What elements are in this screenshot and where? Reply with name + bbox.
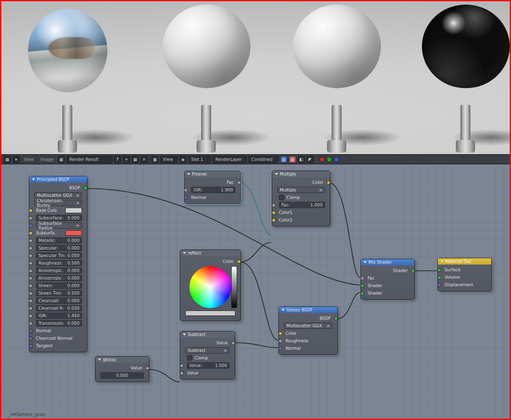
node-header[interactable]: Glossy BSDF — [279, 307, 337, 313]
socket-float[interactable] — [29, 276, 33, 280]
channel-blue-icon[interactable] — [334, 157, 339, 162]
node-header[interactable]: Multiply — [272, 171, 330, 177]
collapse-icon[interactable] — [183, 333, 186, 336]
socket-shader[interactable] — [84, 186, 87, 190]
collapse-icon[interactable] — [275, 173, 278, 175]
menu-view[interactable]: View — [21, 156, 36, 163]
socket-vector[interactable] — [278, 346, 282, 350]
sss-radius-field[interactable]: Subsurface Radius — [36, 222, 82, 229]
base-color-swatch[interactable] — [65, 208, 82, 213]
transmission-field[interactable]: Transmissio:0.000 — [36, 320, 82, 326]
socket-float[interactable] — [29, 246, 33, 250]
clamp-checkbox[interactable] — [279, 195, 284, 200]
color-swatch[interactable] — [185, 311, 235, 316]
socket-float[interactable] — [360, 276, 364, 280]
socket-float[interactable] — [29, 269, 33, 272]
socket-shader[interactable] — [334, 316, 338, 320]
node-reflect-rgb[interactable]: reflect Color — [180, 249, 241, 321]
node-material-output[interactable]: Material Out Surface Volume Displacement — [437, 258, 492, 291]
fac-field[interactable]: Fac:1.000 — [279, 202, 325, 208]
socket-color[interactable] — [272, 211, 276, 214]
socket-shader[interactable] — [360, 284, 364, 288]
collapse-icon[interactable] — [187, 173, 190, 175]
node-header[interactable]: Material Out — [438, 258, 491, 265]
editor-type-icon[interactable]: ▦ — [4, 156, 11, 163]
spec-tint-field[interactable]: Specular Tin:0.000 — [36, 252, 82, 259]
value1-field[interactable]: Value:1.000 — [187, 362, 230, 369]
channel-color-icon[interactable]: ▦ — [289, 156, 296, 163]
socket-vector[interactable] — [29, 344, 33, 348]
socket-shader[interactable] — [437, 275, 441, 279]
view-mode[interactable]: View — [160, 156, 178, 163]
socket-float[interactable] — [231, 341, 235, 345]
subsurface-field[interactable]: Subsurface:0.000 — [36, 215, 82, 221]
collapse-icon[interactable] — [281, 309, 285, 311]
socket-shader[interactable] — [411, 269, 415, 272]
ior-field[interactable]: IOR:1.450 — [36, 313, 82, 319]
pin-icon[interactable]: ▦ — [151, 156, 158, 163]
socket-float[interactable] — [29, 254, 33, 257]
node-editor[interactable]: Principled BSDF BSDF Multiscatter GGX Ch… — [1, 164, 510, 420]
value-field[interactable]: 0.500 — [100, 372, 144, 379]
operation-dropdown[interactable]: Subtract — [185, 347, 230, 354]
channel-red-icon[interactable] — [319, 157, 325, 162]
renderlayer-select[interactable]: RenderLayer — [212, 156, 247, 163]
clearcoat-field[interactable]: Clearcoat:0.000 — [36, 298, 82, 304]
color-wheel[interactable] — [189, 266, 231, 308]
socket-float[interactable] — [29, 321, 33, 325]
socket-float[interactable] — [278, 339, 282, 343]
socket-color[interactable] — [327, 181, 330, 184]
node-header[interactable]: glossy — [95, 356, 149, 363]
channel-green-icon[interactable] — [327, 157, 332, 162]
socket-shader[interactable] — [437, 268, 441, 272]
roughness-field[interactable]: Roughness:0.500 — [36, 260, 82, 266]
collapse-icon[interactable] — [440, 260, 444, 262]
socket-float[interactable] — [180, 364, 184, 367]
socket-vector[interactable] — [29, 329, 33, 333]
node-header[interactable]: Principled BSDF — [29, 176, 87, 183]
sss-method-dropdown[interactable]: Christensen-Burley — [34, 200, 82, 206]
node-mix-shader[interactable]: Mix Shader Shader Fac Shader Shader — [360, 259, 415, 300]
socket-float[interactable] — [29, 291, 33, 295]
delete-image-icon[interactable]: ✕ — [141, 156, 148, 163]
node-header[interactable]: Fresnel — [184, 171, 240, 177]
socket-float[interactable] — [29, 239, 33, 242]
node-fresnel[interactable]: Fresnel Fac IOR:1.900 Normal — [184, 171, 241, 204]
add-image-icon[interactable]: + — [123, 156, 130, 163]
image-datablock[interactable]: Render Result — [66, 156, 112, 163]
specular-field[interactable]: Specular:0.000 — [36, 245, 82, 251]
anisotropic-field[interactable]: Anisotropic:0.000 — [36, 267, 82, 274]
socket-float[interactable] — [237, 181, 241, 184]
node-principled-bsdf[interactable]: Principled BSDF BSDF Multiscatter GGX Ch… — [29, 176, 87, 352]
socket-vector[interactable] — [29, 336, 33, 340]
distribution-dropdown[interactable]: Multiscatter GGX — [34, 192, 82, 199]
clamp-checkbox[interactable] — [187, 355, 192, 361]
collapse-icon[interactable] — [98, 359, 101, 361]
menu-image[interactable]: Image — [38, 156, 56, 163]
value-slider[interactable] — [231, 266, 237, 308]
clearcoat-roughness-field[interactable]: Clearcoat R:0.030 — [36, 305, 82, 311]
socket-float[interactable] — [29, 299, 33, 303]
socket-color[interactable] — [272, 218, 276, 222]
socket-float[interactable] — [180, 371, 184, 375]
socket-shader[interactable] — [360, 291, 364, 295]
node-glossy-bsdf[interactable]: Glossy BSDF BSDF Multiscatter GGX Color … — [278, 306, 338, 355]
ior-field[interactable]: IOR:1.900 — [191, 187, 235, 193]
blend-type-dropdown[interactable]: Multiply — [277, 187, 325, 193]
sheen-tint-field[interactable]: Sheen Tint:0.500 — [36, 290, 82, 296]
channel-alpha-icon[interactable]: ◧ — [298, 156, 305, 163]
metallic-field[interactable]: Metallic:0.000 — [36, 237, 82, 244]
distribution-dropdown[interactable]: Multiscatter GGX — [284, 323, 332, 329]
sheen-field[interactable]: Sheen:0.000 — [36, 283, 82, 289]
channel-rgba-icon[interactable]: ▦ — [280, 156, 287, 163]
slot-select[interactable]: Slot 1 — [188, 156, 211, 163]
unlink-image-icon[interactable]: ▦ — [132, 156, 139, 163]
uv-icon[interactable]: ◈ — [179, 156, 187, 163]
socket-float[interactable] — [146, 366, 149, 370]
sss-color-swatch[interactable] — [65, 230, 82, 236]
collapse-icon[interactable] — [363, 261, 367, 263]
socket-float[interactable] — [29, 314, 33, 318]
node-header[interactable]: Mix Shader — [361, 259, 414, 265]
aniso-rotation-field[interactable]: Anisotropic :0.000 — [36, 275, 82, 281]
socket-color[interactable] — [29, 209, 33, 212]
